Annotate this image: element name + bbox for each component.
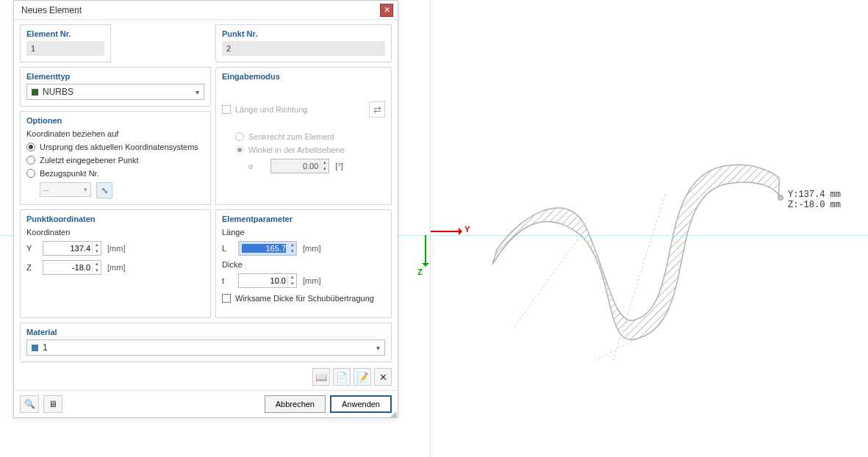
help-icon: 🔍 <box>24 399 35 409</box>
optionen-legend: Optionen <box>26 116 204 125</box>
y-axis-arrow-icon <box>431 231 460 232</box>
direction-mode-icon[interactable]: ⇄ <box>369 101 385 118</box>
spin-down-icon[interactable]: ▾ <box>93 248 101 255</box>
ref-point-value: -- <box>43 185 49 194</box>
coords-relate-label: Koordinaten beziehen auf <box>26 129 204 138</box>
element-nr-group: Element Nr. 1 <box>20 24 111 62</box>
spin-down-icon[interactable]: ▾ <box>288 248 296 255</box>
chevron-down-icon: ▾ <box>376 344 380 352</box>
punkt-nr-group: Punkt Nr. 2 <box>215 24 392 62</box>
help-button[interactable]: 🔍 <box>20 395 39 413</box>
y-input[interactable]: ▴▾ <box>43 241 101 256</box>
monitor-icon: 🖥 <box>49 399 57 409</box>
edit-material-button[interactable]: 📝 <box>354 368 371 386</box>
angle-plane-label: Winkel in der Arbeitsebene <box>248 145 345 154</box>
new-file-icon: 📄 <box>336 372 348 383</box>
z-axis-label: Z <box>417 267 423 276</box>
length-direction-label: Länge und Richtung <box>235 105 307 114</box>
l-unit: [mm] <box>303 244 320 253</box>
axis-vertical <box>430 0 431 457</box>
elementtyp-color-swatch-icon <box>32 89 38 96</box>
material-group: Material 1 ▾ <box>20 323 392 362</box>
elementtyp-dropdown[interactable]: NURBS ▾ <box>26 84 204 100</box>
l-label: L <box>222 244 232 253</box>
spin-down-icon[interactable]: ▾ <box>93 267 101 274</box>
z-label: Z <box>26 263 37 272</box>
elementtyp-legend: Elementtyp <box>26 72 204 81</box>
delete-material-button[interactable]: ✕ <box>374 368 392 386</box>
punktkoordinaten-group: Punktkoordinaten Koordinaten Y ▴▾ [mm] Z… <box>20 209 211 318</box>
elementtyp-group: Elementtyp NURBS ▾ <box>20 67 211 107</box>
material-color-swatch-icon <box>32 345 38 351</box>
eingabemodus-group: Eingabemodus Länge und Richtung ⇄ Senkre… <box>215 67 392 205</box>
y-unit: [mm] <box>107 244 125 253</box>
optionen-group: Optionen Koordinaten beziehen auf Urspru… <box>20 111 211 205</box>
punkt-nr-value: 2 <box>222 41 385 56</box>
edit-file-icon: 📝 <box>356 372 368 383</box>
angle-plane-radio <box>235 145 244 154</box>
material-dropdown[interactable]: 1 ▾ <box>26 339 385 356</box>
dialog-title: Neues Element <box>21 5 82 15</box>
spin-up-icon[interactable]: ▴ <box>288 242 296 248</box>
apply-button[interactable]: Anwenden <box>330 395 392 413</box>
alpha-label: α <box>248 162 253 170</box>
t-label: t <box>222 276 232 285</box>
pick-point-icon: ⤡ <box>101 186 108 195</box>
perpendicular-label: Senkrecht zum Element <box>248 132 334 141</box>
length-label: Länge <box>222 228 385 237</box>
view-button[interactable]: 🖥 <box>43 395 62 413</box>
effective-thickness-label: Wirksame Dicke für Schubübertragung <box>235 294 374 303</box>
last-point-radio-label: Zuletzt eingegebener Punkt <box>40 156 139 165</box>
close-button[interactable]: ✕ <box>380 4 393 17</box>
book-icon: 📖 <box>315 372 327 383</box>
last-point-radio[interactable] <box>26 156 35 165</box>
element-nr-value: 1 <box>26 41 104 56</box>
chevron-down-icon: ▾ <box>84 186 87 193</box>
y-axis-label: Y <box>465 225 470 234</box>
thickness-label: Dicke <box>222 260 385 269</box>
element-nr-legend: Element Nr. <box>26 29 104 38</box>
origin-radio[interactable] <box>26 143 35 151</box>
z-axis-arrow-icon <box>425 235 426 265</box>
new-material-button[interactable]: 📄 <box>333 368 351 386</box>
spin-up-icon[interactable]: ▴ <box>93 261 101 267</box>
nurbs-element-shape[interactable] <box>470 140 794 360</box>
resize-gripper-icon[interactable]: ◢ <box>390 411 396 416</box>
spin-up-icon[interactable]: ▴ <box>93 242 101 248</box>
punkt-nr-legend: Punkt Nr. <box>222 29 385 38</box>
close-icon: ✕ <box>384 5 390 15</box>
z-input[interactable]: ▴▾ <box>43 260 101 275</box>
alpha-input: ▴▾ <box>270 159 329 173</box>
library-button[interactable]: 📖 <box>312 368 330 386</box>
z-unit: [mm] <box>107 263 125 272</box>
length-direction-checkbox <box>222 105 231 114</box>
ref-point-radio[interactable] <box>26 169 35 178</box>
elementtyp-selected: NURBS <box>43 87 73 97</box>
punktkoord-legend: Punktkoordinaten <box>26 215 204 223</box>
spin-down-icon[interactable]: ▾ <box>288 281 296 287</box>
coordinate-readout: Y:137.4 mm Z:-18.0 mm <box>788 190 841 211</box>
origin-radio-label: Ursprung des aktuellen Koordinatensystem… <box>40 143 198 151</box>
perpendicular-radio <box>235 132 244 141</box>
material-legend: Material <box>26 328 385 337</box>
endpoint-marker-icon[interactable] <box>778 195 783 201</box>
spin-up-icon[interactable]: ▴ <box>288 274 296 281</box>
alpha-unit: [°] <box>335 162 343 170</box>
dialog-titlebar[interactable]: Neues Element ✕ <box>14 1 398 20</box>
t-unit: [mm] <box>303 276 320 285</box>
material-selected: 1 <box>43 342 48 353</box>
new-element-dialog: Neues Element ✕ Element Nr. 1 Punkt Nr. … <box>13 0 398 418</box>
delete-icon: ✕ <box>379 372 387 383</box>
thickness-input[interactable]: ▴▾ <box>238 273 297 288</box>
chevron-down-icon: ▾ <box>196 88 199 96</box>
elementparam-legend: Elementparameter <box>222 215 385 223</box>
eingabemodus-legend: Eingabemodus <box>222 72 385 81</box>
length-input[interactable]: ▴▾ <box>238 241 297 256</box>
ref-point-combo: -- ▾ <box>40 182 91 197</box>
ref-point-radio-label: Bezugspunkt Nr. <box>40 169 99 178</box>
pick-point-button[interactable]: ⤡ <box>96 182 112 198</box>
y-label: Y <box>26 244 37 253</box>
effective-thickness-checkbox[interactable] <box>222 294 231 303</box>
cancel-button[interactable]: Abbrechen <box>265 395 326 413</box>
elementparameter-group: Elementparameter Länge L ▴▾ [mm] Dicke t… <box>215 209 392 318</box>
